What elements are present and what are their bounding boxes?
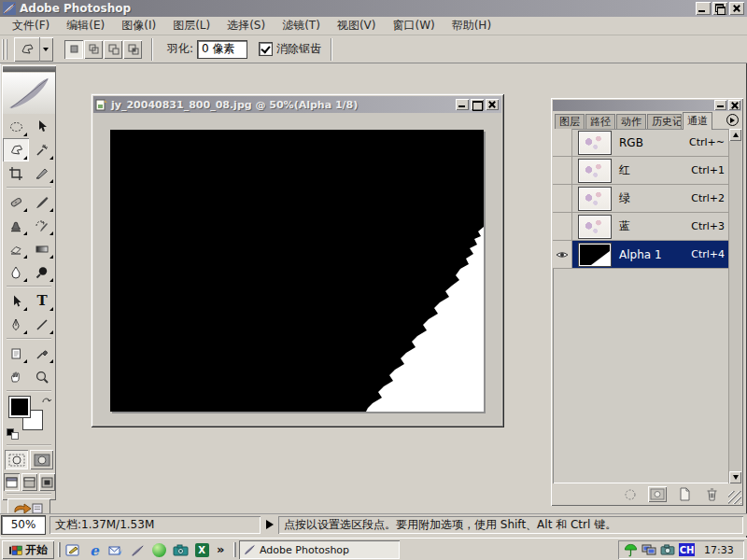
tab-paths[interactable]: 路径 (585, 114, 615, 130)
new-channel-button[interactable] (675, 486, 694, 502)
tab-history[interactable]: 历史记 (647, 114, 682, 130)
zoom-level-field[interactable]: 50% (2, 516, 45, 534)
history-brush-tool[interactable] (29, 214, 55, 237)
new-selection-button[interactable] (64, 40, 83, 59)
channel-row-blue[interactable]: 蓝 Ctrl+3 (553, 213, 741, 241)
tool-preset-dropdown[interactable] (39, 37, 51, 62)
start-button[interactable]: 开始 (2, 540, 54, 559)
hand-tool[interactable] (3, 365, 29, 388)
type-tool[interactable]: T (29, 289, 55, 313)
taskbar-grip[interactable] (58, 542, 61, 557)
standard-screen-button[interactable] (4, 473, 20, 491)
tray-camera-icon[interactable] (660, 544, 675, 555)
menu-view[interactable]: 视图(V) (329, 17, 385, 35)
taskbar-grip[interactable] (233, 542, 236, 557)
fullscreen-button[interactable] (39, 473, 55, 491)
tray-clock[interactable]: 17:33 (704, 544, 734, 556)
swap-colors-icon[interactable] (41, 395, 52, 408)
channel-row-green[interactable]: 绿 Ctrl+2 (553, 185, 741, 213)
channel-row-red[interactable]: 红 Ctrl+1 (553, 157, 741, 185)
visibility-well[interactable] (553, 185, 572, 212)
scroll-down-button[interactable] (729, 471, 741, 483)
options-grip[interactable] (2, 39, 9, 60)
palette-minimize-button[interactable] (714, 100, 726, 110)
delete-channel-button[interactable] (702, 486, 721, 502)
blur-tool[interactable] (3, 260, 29, 284)
minimize-button[interactable] (696, 2, 711, 15)
palette-titlebar[interactable] (553, 100, 741, 111)
doc-close-button[interactable] (486, 99, 499, 110)
doc-maximize-button[interactable] (471, 99, 484, 110)
menu-layer[interactable]: 图层(L) (164, 17, 218, 35)
brush-tool[interactable] (29, 190, 55, 214)
quicklaunch-show-desktop[interactable] (63, 541, 82, 559)
quicklaunch-photoshop[interactable] (128, 541, 147, 559)
eyedropper-tool[interactable] (29, 342, 55, 365)
quicklaunch-internet-explorer[interactable]: e (85, 541, 104, 559)
visibility-well[interactable] (553, 241, 572, 268)
language-indicator[interactable]: CH (679, 543, 695, 556)
quick-mask-mode-button[interactable] (30, 450, 53, 469)
scroll-up-button[interactable] (729, 129, 741, 141)
subtract-selection-button[interactable] (104, 40, 122, 59)
task-button-photoshop[interactable]: Adobe Photoshop (239, 540, 400, 559)
palette-resize-grip[interactable] (728, 491, 741, 504)
image-canvas[interactable] (110, 130, 484, 412)
fullscreen-menubar-button[interactable] (21, 473, 37, 491)
document-titlebar[interactable]: jy_20040831_800_08.jpg @ 50%(Alpha 1/8) (93, 96, 501, 113)
toolbox-drag-handle[interactable] (3, 66, 55, 72)
palette-close-button[interactable] (728, 100, 740, 110)
palette-menu-button[interactable] (726, 114, 739, 126)
save-selection-button[interactable] (648, 486, 667, 502)
quicklaunch-acdsee[interactable] (171, 541, 190, 559)
quicklaunch-green-app[interactable] (149, 541, 168, 559)
notes-tool[interactable] (3, 342, 29, 365)
antialias-checkbox[interactable] (260, 43, 272, 55)
channel-row-alpha1[interactable]: Alpha 1 Ctrl+4 (553, 241, 741, 269)
crop-tool[interactable] (3, 161, 29, 185)
visibility-well[interactable] (553, 157, 572, 184)
path-selection-tool[interactable] (3, 289, 29, 313)
visibility-well[interactable] (553, 129, 572, 156)
doc-minimize-button[interactable] (456, 99, 469, 110)
menu-window[interactable]: 窗口(W) (384, 17, 443, 35)
healing-brush-tool[interactable] (3, 190, 29, 214)
quicklaunch-overflow-button[interactable]: » (217, 542, 224, 556)
elliptical-marquee-tool[interactable] (3, 115, 29, 138)
antivirus-umbrella-icon[interactable] (624, 543, 638, 557)
polygonal-lasso-tool[interactable] (3, 138, 29, 161)
eraser-tool[interactable] (3, 237, 29, 260)
network-icon[interactable] (641, 543, 656, 556)
tool-preset-picker[interactable] (14, 37, 53, 62)
close-button[interactable] (729, 2, 744, 15)
line-tool[interactable] (29, 313, 55, 336)
menu-filter[interactable]: 滤镜(T) (274, 17, 329, 35)
restore-button[interactable] (712, 2, 727, 15)
dodge-tool[interactable] (29, 260, 55, 284)
foreground-color-swatch[interactable] (9, 397, 30, 417)
menu-help[interactable]: 帮助(H) (444, 17, 500, 35)
menu-image[interactable]: 图像(I) (113, 17, 164, 35)
load-selection-button[interactable] (621, 486, 640, 502)
standard-mode-button[interactable] (5, 450, 28, 469)
quicklaunch-outlook-express[interactable] (106, 541, 125, 559)
tab-actions[interactable]: 动作 (616, 114, 646, 130)
move-tool[interactable] (29, 115, 55, 138)
tab-channels[interactable]: 通道 (683, 112, 712, 130)
document-size-indicator[interactable]: 文档:1.37M/1.53M (49, 516, 261, 534)
magic-wand-tool[interactable] (29, 138, 55, 161)
zoom-tool[interactable] (29, 365, 55, 388)
intersect-selection-button[interactable] (123, 40, 142, 59)
add-selection-button[interactable] (84, 40, 103, 59)
palette-scrollbar[interactable] (728, 129, 741, 483)
status-menu-arrow-icon[interactable] (266, 520, 274, 529)
clone-stamp-tool[interactable] (3, 214, 29, 237)
pen-tool[interactable] (3, 313, 29, 336)
gradient-tool[interactable] (29, 237, 55, 260)
menu-file[interactable]: 文件(F) (4, 17, 58, 35)
slice-tool[interactable] (29, 161, 55, 185)
menu-select[interactable]: 选择(S) (218, 17, 274, 35)
visibility-well[interactable] (553, 213, 572, 240)
channel-row-rgb[interactable]: RGB Ctrl+~ (553, 129, 741, 157)
tab-layers[interactable]: 图层 (555, 114, 585, 130)
